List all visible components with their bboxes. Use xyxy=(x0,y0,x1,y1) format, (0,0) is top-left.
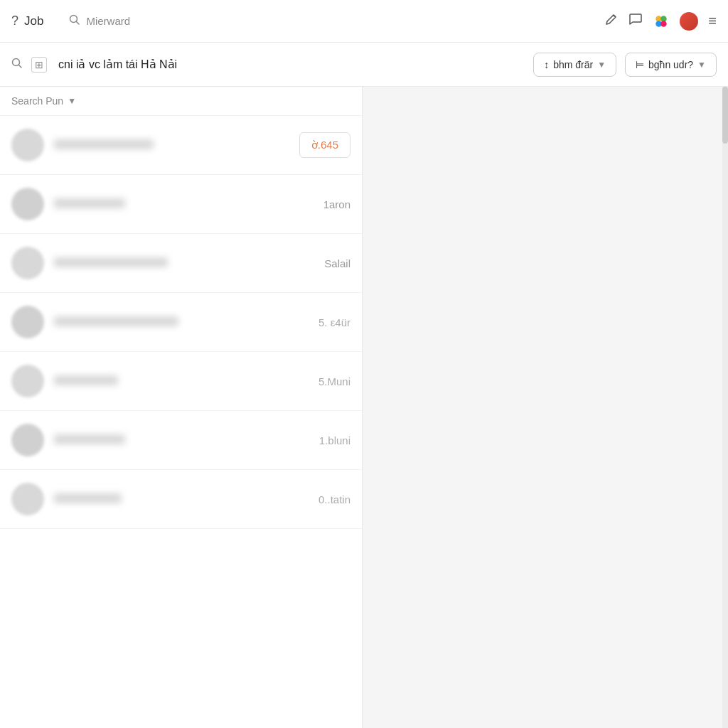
item-value: 5. ε4ür xyxy=(318,316,350,328)
item-name xyxy=(54,316,309,328)
filter1-icon: ↕ xyxy=(544,59,549,70)
item-value: Salail xyxy=(324,257,350,269)
item-value: 5.Muni xyxy=(318,375,350,387)
question-icon: ? xyxy=(11,14,18,28)
list-item[interactable]: 5. ε4ür xyxy=(0,293,362,352)
item-name xyxy=(54,257,314,269)
nav-right: ≡ xyxy=(604,12,717,31)
filter2-label: bgħn udr? xyxy=(648,59,693,70)
svg-point-5 xyxy=(660,21,667,27)
search-bar-row: ⊞ cni iả vc lảm tái Hả Nải ↕ bhm đrär ▼ … xyxy=(0,43,728,87)
item-value: 1aron xyxy=(323,198,350,210)
list-container: ờ.645 1aron Salail xyxy=(0,116,362,728)
filter2-icon: ⊨ xyxy=(636,59,644,70)
item-value: ờ.645 xyxy=(299,132,350,158)
filter1-chevron: ▼ xyxy=(597,60,606,70)
scrollbar-thumb[interactable] xyxy=(722,87,728,144)
edit-icon[interactable] xyxy=(604,12,619,30)
chat-icon[interactable] xyxy=(628,12,643,30)
list-item[interactable]: 5.Muni xyxy=(0,352,362,411)
avatar xyxy=(11,188,44,220)
svg-line-1 xyxy=(77,21,80,24)
item-value: 0..tatin xyxy=(318,493,350,505)
avatar xyxy=(11,306,44,338)
search-icon xyxy=(69,14,80,28)
breadcrumb-search-icon xyxy=(11,58,23,72)
filter2-button[interactable]: ⊨ bgħn udr? ▼ xyxy=(625,53,717,77)
item-name xyxy=(54,434,309,446)
nav-search-text: Mierward xyxy=(86,15,130,27)
list-item[interactable]: 0..tatin xyxy=(0,470,362,529)
hamburger-icon[interactable]: ≡ xyxy=(708,13,717,29)
list-item[interactable]: 1.bluni xyxy=(0,411,362,470)
item-name xyxy=(54,139,289,151)
content-area: Search Pun ▼ ờ.645 xyxy=(0,87,728,728)
top-nav: ? Job Mierward xyxy=(0,0,728,43)
nav-left: ? Job xyxy=(11,14,43,28)
avatar xyxy=(11,365,44,397)
breadcrumb-path: cni iả vc lảm tái Hả Nải xyxy=(58,58,525,71)
avatar xyxy=(11,424,44,456)
left-panel: Search Pun ▼ ờ.645 xyxy=(0,87,363,728)
search-pun-chevron: ▼ xyxy=(68,96,76,106)
item-name xyxy=(54,493,309,505)
svg-line-7 xyxy=(19,65,22,68)
search-pun-label: Search Pun xyxy=(11,95,63,107)
filter1-label: bhm đrär xyxy=(553,59,593,70)
grid-icon: ⊞ xyxy=(31,57,47,73)
avatar xyxy=(11,129,44,161)
nav-search[interactable]: Mierward xyxy=(52,14,596,28)
item-name xyxy=(54,198,314,210)
apps-icon[interactable] xyxy=(653,13,670,30)
scrollbar-track[interactable] xyxy=(722,87,728,728)
avatar xyxy=(11,483,44,515)
item-name xyxy=(54,375,309,387)
filter1-button[interactable]: ↕ bhm đrär ▼ xyxy=(533,53,616,77)
search-pun-row[interactable]: Search Pun ▼ xyxy=(0,87,362,116)
right-panel xyxy=(363,87,728,728)
list-item[interactable]: Salail xyxy=(0,234,362,293)
item-value: 1.bluni xyxy=(319,434,350,446)
avatar xyxy=(11,247,44,279)
list-item[interactable]: 1aron xyxy=(0,175,362,234)
list-item[interactable]: ờ.645 xyxy=(0,116,362,175)
filter2-chevron: ▼ xyxy=(697,60,706,70)
nav-title: Job xyxy=(24,14,43,28)
user-avatar[interactable] xyxy=(680,12,698,31)
